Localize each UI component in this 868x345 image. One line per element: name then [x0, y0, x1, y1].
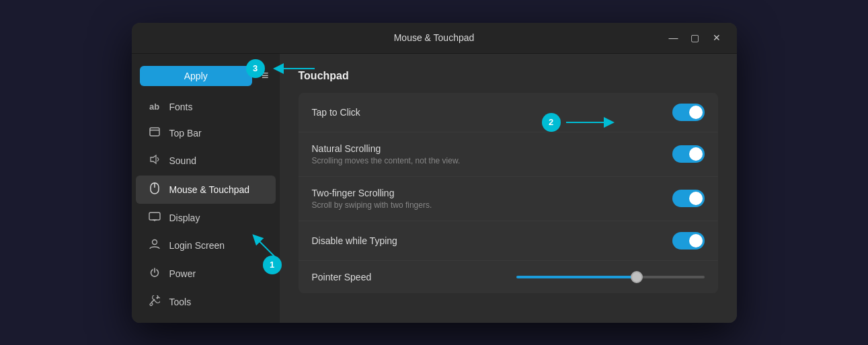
pointer-speed-slider[interactable]	[516, 276, 705, 278]
tap-to-click-track	[672, 104, 705, 121]
close-button[interactable]: ✕	[707, 28, 726, 47]
setting-label-disable-typing: Disable while Typing	[312, 235, 672, 246]
setting-label-tap-to-click: Tap to Click	[312, 107, 672, 118]
menu-button[interactable]: ≡	[259, 66, 272, 85]
setting-info-tap-to-click: Tap to Click	[312, 107, 672, 118]
sound-icon	[148, 154, 161, 167]
close-icon: ✕	[713, 32, 721, 43]
sidebar-label-tools: Tools	[169, 297, 192, 307]
setting-row-disable-typing: Disable while Typing	[299, 221, 718, 261]
sidebar-label-power: Power	[169, 268, 196, 279]
tools-icon	[148, 295, 161, 309]
sidebar-item-tools[interactable]: Tools	[136, 289, 276, 315]
section-title: Touchpad	[299, 70, 718, 82]
maximize-icon: ▢	[691, 32, 699, 43]
setting-row-tap-to-click: Tap to Click	[299, 93, 718, 132]
sidebar-label-login: Login Screen	[169, 240, 225, 251]
tap-to-click-toggle[interactable]	[672, 104, 705, 121]
sidebar-label-sound: Sound	[169, 155, 196, 166]
titlebar: Mouse & Touchpad — ▢ ✕	[132, 23, 737, 54]
main-content: Touchpad Tap to Click	[280, 54, 737, 323]
setting-row-two-finger: Two-finger Scrolling Scroll by swiping w…	[299, 177, 718, 221]
mouse-icon	[148, 182, 161, 197]
natural-scrolling-track	[672, 145, 705, 163]
svg-rect-12	[149, 303, 153, 306]
minimize-icon: —	[669, 32, 678, 43]
setting-label-natural-scrolling: Natural Scrolling	[312, 143, 672, 154]
sidebar-item-display[interactable]: Display	[136, 205, 276, 231]
setting-label-two-finger: Two-finger Scrolling	[312, 188, 672, 198]
two-finger-toggle[interactable]	[672, 190, 705, 207]
settings-card: Tap to Click Natural Scrolling Scrolling…	[299, 93, 718, 293]
setting-label-pointer-speed: Pointer Speed	[312, 272, 508, 282]
content-area: Apply ≡ ab Fonts Top Bar	[132, 54, 737, 323]
sidebar-item-topbar[interactable]: Top Bar	[136, 120, 276, 146]
svg-point-10	[152, 239, 157, 244]
svg-rect-7	[149, 213, 160, 220]
setting-row-pointer-speed: Pointer Speed	[299, 261, 718, 293]
setting-info-pointer-speed: Pointer Speed	[312, 272, 508, 282]
sidebar-label-topbar: Top Bar	[169, 128, 202, 139]
topbar-icon	[148, 127, 161, 139]
app-window: Mouse & Touchpad — ▢ ✕ Apply ≡	[132, 23, 737, 323]
minimize-button[interactable]: —	[664, 28, 683, 47]
sidebar-item-fonts[interactable]: ab Fonts	[136, 95, 276, 119]
setting-desc-two-finger: Scroll by swiping with two fingers.	[312, 200, 672, 210]
disable-typing-toggle[interactable]	[672, 232, 705, 250]
setting-info-disable-typing: Disable while Typing	[312, 235, 672, 246]
natural-scrolling-toggle[interactable]	[672, 145, 705, 163]
sidebar-item-mouse[interactable]: Mouse & Touchpad	[136, 176, 276, 204]
svg-line-3	[157, 157, 159, 159]
window-title: Mouse & Touchpad	[394, 32, 475, 43]
disable-typing-track	[672, 232, 705, 250]
setting-row-natural-scrolling: Natural Scrolling Scrolling moves the co…	[299, 132, 718, 177]
svg-marker-2	[151, 155, 156, 163]
sidebar-label-fonts: Fonts	[169, 102, 193, 112]
maximize-button[interactable]: ▢	[686, 28, 705, 47]
sidebar: Apply ≡ ab Fonts Top Bar	[132, 54, 280, 323]
sidebar-item-sound[interactable]: Sound	[136, 147, 276, 174]
fonts-icon: ab	[148, 102, 161, 112]
power-icon	[148, 267, 161, 280]
login-icon	[148, 239, 161, 252]
setting-desc-natural-scrolling: Scrolling moves the content, not the vie…	[312, 156, 672, 165]
sidebar-item-power[interactable]: Power	[136, 260, 276, 287]
setting-info-two-finger: Two-finger Scrolling Scroll by swiping w…	[312, 188, 672, 210]
display-icon	[148, 212, 161, 224]
apply-button[interactable]: Apply	[140, 66, 252, 86]
slider-container	[508, 276, 705, 278]
sidebar-top: Apply ≡	[132, 61, 280, 91]
svg-line-4	[157, 159, 159, 161]
sidebar-label-mouse: Mouse & Touchpad	[169, 184, 250, 195]
svg-line-11	[151, 299, 155, 303]
sidebar-item-login[interactable]: Login Screen	[136, 232, 276, 259]
two-finger-track	[672, 190, 705, 207]
setting-info-natural-scrolling: Natural Scrolling Scrolling moves the co…	[312, 143, 672, 165]
svg-rect-0	[150, 128, 159, 136]
sidebar-label-display: Display	[169, 213, 200, 223]
window-controls: — ▢ ✕	[664, 28, 726, 47]
